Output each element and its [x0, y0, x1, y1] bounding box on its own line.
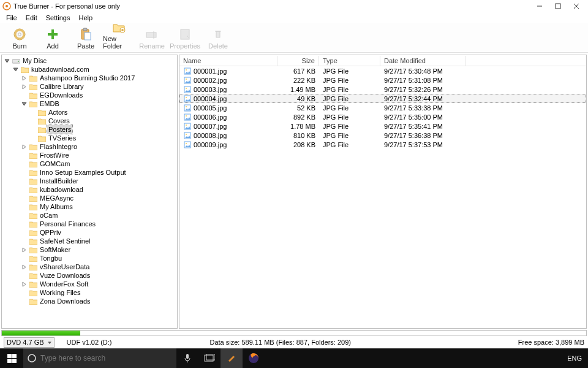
- tree-node[interactable]: My Disc: [2, 56, 177, 65]
- tree-node-label: Ashampoo Burning Studio 2017: [39, 74, 136, 82]
- tree-node[interactable]: SafeNet Sentinel: [2, 237, 177, 245]
- taskbar-app-trueburner[interactable]: [221, 348, 243, 368]
- tree-node[interactable]: Zona Downloads: [2, 297, 177, 305]
- file-row[interactable]: 000003.jpg1.49 MBJPG File9/27/17 5:32:26…: [179, 85, 586, 94]
- tree-node[interactable]: Working Files: [2, 288, 177, 297]
- tree-node[interactable]: kubadownload.com: [2, 65, 177, 74]
- folder-icon: [29, 229, 37, 236]
- file-size: 1.49 MB: [277, 86, 319, 93]
- minimize-button[interactable]: [530, 0, 549, 12]
- taskbar-app-firefox[interactable]: [243, 348, 265, 368]
- start-button[interactable]: [0, 348, 23, 368]
- folder-icon: [29, 255, 37, 262]
- file-name: 000009.jpg: [194, 141, 227, 148]
- folder-icon: [29, 143, 37, 150]
- expand-icon[interactable]: [21, 264, 29, 270]
- menu-help[interactable]: Help: [75, 13, 96, 23]
- menu-settings[interactable]: Settings: [42, 13, 74, 23]
- newfolder-button[interactable]: New Folder: [103, 24, 135, 51]
- column-date[interactable]: Date Modified: [380, 56, 466, 66]
- taskbar-search-input[interactable]: [40, 354, 173, 362]
- file-name: 000001.jpg: [194, 67, 227, 75]
- tree-node-label: Working Files: [39, 288, 81, 297]
- tree-node[interactable]: Inno Setup Examples Output: [2, 168, 177, 177]
- file-row[interactable]: 000004.jpg49 KBJPG File9/27/17 5:32:44 P…: [179, 94, 586, 103]
- file-row[interactable]: 000005.jpg52 KBJPG File9/27/17 5:33:38 P…: [179, 103, 586, 112]
- menu-file[interactable]: File: [2, 13, 21, 23]
- tree-node[interactable]: Vuze Downloads: [2, 271, 177, 280]
- maximize-button[interactable]: [549, 0, 567, 12]
- folder-tree[interactable]: My Disckubadownload.comAshampoo Burning …: [1, 55, 178, 329]
- tree-node-label: FlashIntegro: [39, 142, 78, 151]
- taskbar-lang[interactable]: ENG: [561, 355, 588, 362]
- close-button[interactable]: [567, 0, 586, 12]
- file-row[interactable]: 000006.jpg892 KBJPG File9/27/17 5:35:00 …: [179, 112, 586, 121]
- tree-node[interactable]: QPPriv: [2, 228, 177, 237]
- expand-icon[interactable]: [21, 282, 29, 287]
- tree-node[interactable]: Tongbu: [2, 254, 177, 263]
- folder-icon: [29, 272, 37, 279]
- file-row[interactable]: 000008.jpg810 KBJPG File9/27/17 5:36:38 …: [179, 131, 586, 140]
- mic-icon[interactable]: [176, 348, 198, 368]
- rename-icon: [145, 28, 159, 41]
- expand-icon[interactable]: [21, 247, 29, 253]
- tree-node[interactable]: Ashampoo Burning Studio 2017: [2, 74, 177, 82]
- tree-node[interactable]: InstallBuilder: [2, 177, 177, 185]
- expand-icon[interactable]: [21, 84, 29, 90]
- tree-node-label: My Disc: [21, 56, 48, 65]
- svg-point-29: [186, 88, 187, 89]
- disk-type-select[interactable]: DVD 4.7 GB: [4, 337, 55, 348]
- tree-node-label: SoftMaker: [39, 245, 72, 254]
- file-row[interactable]: 000009.jpg208 KBJPG File9/27/17 5:37:53 …: [179, 140, 586, 149]
- svg-point-41: [186, 143, 187, 144]
- taskview-icon[interactable]: [198, 348, 221, 368]
- svg-point-1: [6, 5, 8, 7]
- file-row[interactable]: 000002.jpg222 KBJPG File9/27/17 5:31:08 …: [179, 75, 586, 85]
- paste-label: Paste: [77, 42, 94, 50]
- add-label: Add: [47, 42, 59, 50]
- file-list[interactable]: Name Size Type Date Modified 000001.jpg6…: [179, 55, 587, 329]
- collapse-icon[interactable]: [4, 58, 12, 64]
- file-row[interactable]: 000001.jpg617 KBJPG File9/27/17 5:30:48 …: [179, 66, 586, 75]
- file-name: 000005.jpg: [194, 104, 227, 112]
- burn-button[interactable]: Burn: [4, 24, 36, 51]
- svg-point-37: [186, 125, 187, 126]
- tree-node[interactable]: GOMCam: [2, 159, 177, 168]
- taskbar-search[interactable]: [23, 348, 176, 368]
- collapse-icon[interactable]: [13, 67, 20, 72]
- svg-point-46: [28, 355, 36, 362]
- tree-node[interactable]: Actors: [2, 108, 177, 117]
- tree-node[interactable]: Personal Finances: [2, 220, 177, 228]
- expand-icon[interactable]: [21, 144, 29, 150]
- tree-node-label: Calibre Library: [39, 82, 85, 91]
- tree-node[interactable]: SoftMaker: [2, 245, 177, 254]
- file-name: 000004.jpg: [194, 95, 227, 102]
- tree-node[interactable]: WonderFox Soft: [2, 280, 177, 288]
- tree-node[interactable]: MEGAsync: [2, 194, 177, 202]
- column-type[interactable]: Type: [319, 56, 380, 66]
- tree-node[interactable]: oCam: [2, 211, 177, 220]
- tree-node[interactable]: kubadownload: [2, 185, 177, 194]
- column-size[interactable]: Size: [277, 56, 319, 66]
- expand-icon[interactable]: [21, 75, 29, 81]
- file-date: 9/27/17 5:35:41 PM: [380, 123, 466, 130]
- tree-node[interactable]: FrostWire: [2, 151, 177, 159]
- properties-button: Properties: [169, 24, 201, 51]
- column-name[interactable]: Name: [179, 56, 277, 66]
- paste-button[interactable]: Paste: [70, 24, 102, 51]
- tree-node[interactable]: My Albums: [2, 202, 177, 211]
- folder-icon: [29, 74, 37, 82]
- file-row[interactable]: 000007.jpg1.78 MBJPG File9/27/17 5:35:41…: [179, 121, 586, 131]
- tree-node[interactable]: vShareUserData: [2, 263, 177, 271]
- menu-edit[interactable]: Edit: [22, 13, 41, 23]
- tree-node[interactable]: Calibre Library: [2, 82, 177, 91]
- tree-node[interactable]: Covers: [2, 117, 177, 125]
- file-size: 208 KB: [277, 141, 319, 148]
- tree-node[interactable]: EGDownloads: [2, 91, 177, 99]
- add-button[interactable]: Add: [37, 24, 69, 51]
- tree-node[interactable]: FlashIntegro: [2, 142, 177, 151]
- tree-node[interactable]: TVSeries: [2, 134, 177, 142]
- collapse-icon[interactable]: [21, 101, 29, 107]
- tree-node[interactable]: Posters: [2, 125, 177, 134]
- tree-node[interactable]: EMDB: [2, 99, 177, 108]
